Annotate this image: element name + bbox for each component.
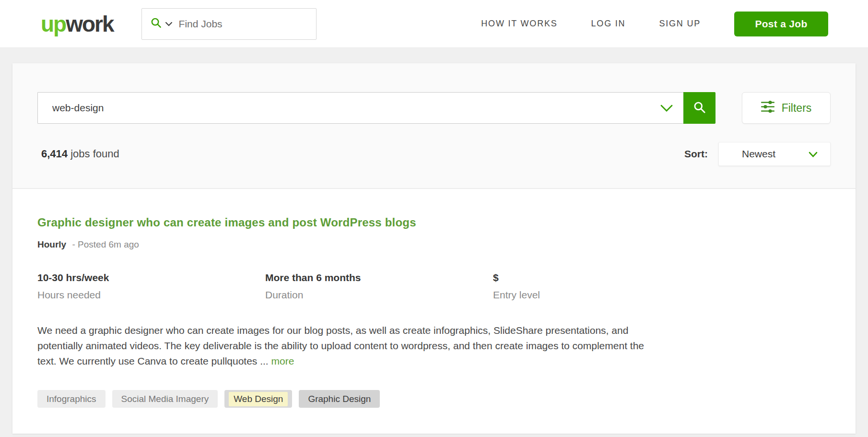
results-row: 6,414 jobs found Sort: Newest [37,142,831,166]
detail-label: Duration [265,289,493,301]
detail-value: 10-30 hrs/week [37,272,265,283]
search-results-card: Filters 6,414 jobs found Sort: Newest Gr… [12,63,856,434]
sliders-icon [761,100,774,116]
jobs-found-count: 6,414 jobs found [41,148,119,160]
logo-up-text: up [41,12,66,36]
more-link[interactable]: more [271,355,294,366]
filters-button[interactable]: Filters [742,92,831,124]
detail-label: Entry level [493,289,721,301]
detail-label: Hours needed [37,289,265,301]
detail-value: $ [493,272,721,283]
sort-selected-value: Newest [742,148,775,160]
detail-value: More than 6 months [265,272,493,283]
jobs-count-suffix: jobs found [68,148,119,160]
search-section: Filters 6,414 jobs found Sort: Newest [12,63,856,189]
search-icon [693,101,706,115]
tag-social-media-imagery[interactable]: Social Media Imagery [112,390,218,408]
detail-experience: $ Entry level [493,272,721,301]
nav-link-log-in[interactable]: LOG IN [591,19,626,29]
job-search-input[interactable] [37,92,683,124]
chevron-down-icon [809,148,818,160]
job-tags: Infographics Social Media Imagery Web De… [37,390,831,408]
detail-duration: More than 6 months Duration [265,272,493,301]
sort-label: Sort: [684,148,708,160]
top-nav: upwork HOW IT WORKS LOG IN SIGN UP Post … [0,0,868,48]
description-line-text: text. We currently use Canva to create p… [37,355,271,366]
search-row: Filters [37,92,831,124]
post-a-job-button[interactable]: Post a Job [734,12,828,36]
description-line: We need a graphic designer who can creat… [37,323,831,338]
tag-highlighted-text: Web Design [229,392,288,406]
chevron-down-icon[interactable] [660,105,673,114]
logo-work-text: work [66,12,113,36]
query-input-wrap [37,92,683,124]
detail-hours: 10-30 hrs/week Hours needed [37,272,265,301]
sort-control: Sort: Newest [684,142,831,166]
nav-search-input[interactable] [178,18,309,30]
job-description: We need a graphic designer who can creat… [37,323,831,369]
filters-button-label: Filters [782,102,812,115]
search-icon [151,17,162,30]
nav-link-sign-up[interactable]: SIGN UP [659,19,701,29]
sort-dropdown[interactable]: Newest [718,142,831,166]
job-posted-time: - Posted 6m ago [72,239,139,249]
nav-search-box[interactable] [141,8,317,40]
tag-web-design[interactable]: Web Design [224,390,292,408]
upwork-logo[interactable]: upwork [41,13,114,35]
nav-link-how-it-works[interactable]: HOW IT WORKS [481,19,557,29]
tag-graphic-design[interactable]: Graphic Design [299,390,380,408]
description-line: potentially animated videos. The key del… [37,338,831,354]
job-listing: Graphic designer who can create images a… [12,189,856,434]
job-title-link[interactable]: Graphic designer who can create images a… [37,216,416,229]
nav-links: HOW IT WORKS LOG IN SIGN UP [481,19,701,29]
chevron-down-icon[interactable] [165,20,172,28]
tag-infographics[interactable]: Infographics [37,390,106,408]
job-type: Hourly [37,239,66,249]
job-meta: Hourly - Posted 6m ago [37,239,831,250]
search-submit-button[interactable] [683,92,716,124]
jobs-count-number: 6,414 [41,148,68,160]
description-line-last: text. We currently use Canva to create p… [37,354,831,369]
job-details-row: 10-30 hrs/week Hours needed More than 6 … [37,272,831,301]
